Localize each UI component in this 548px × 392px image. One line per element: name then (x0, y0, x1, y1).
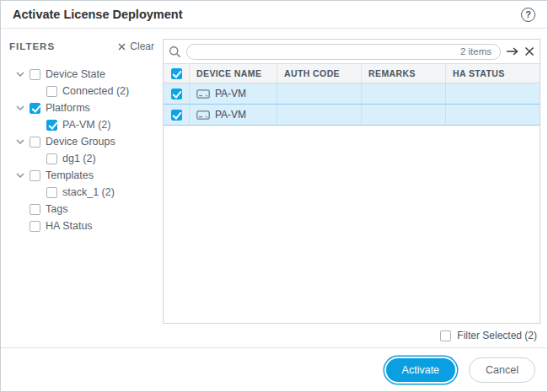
select-all-checkbox[interactable] (171, 68, 182, 79)
filter-item-pa-vm[interactable]: PA-VM (2) (9, 116, 154, 133)
filters-header: FILTERS Clear (9, 40, 154, 52)
dialog-footer: Activate Cancel (1, 347, 547, 391)
filter-label: Connected (2) (62, 85, 129, 97)
filter-label: HA Status (46, 220, 93, 232)
auth-code-cell (277, 83, 361, 104)
row-checkbox[interactable] (171, 89, 182, 99)
filter-label: Templates (46, 169, 94, 181)
clear-x-icon (118, 43, 126, 51)
dialog-title: Activate License Deployment (13, 8, 182, 21)
search-input[interactable]: 2 items (186, 44, 501, 60)
row-checkbox[interactable] (171, 110, 182, 121)
filter-label: Device Groups (46, 136, 116, 148)
table-row[interactable]: PA-VM (164, 83, 540, 105)
checkbox-device-state[interactable] (30, 69, 40, 80)
auth-code-cell (277, 105, 361, 125)
chevron-down-icon[interactable] (16, 137, 24, 146)
device-icon (196, 89, 210, 99)
apply-search-arrow-icon[interactable] (506, 46, 519, 56)
column-header-remarks[interactable]: REMARKS (361, 64, 445, 83)
ha-status-cell (445, 105, 540, 125)
checkbox-connected[interactable] (46, 86, 57, 97)
device-table-box: 2 items DEVICE NAME AUTH CODE (163, 39, 540, 324)
table-row[interactable]: PA-VM (164, 105, 540, 126)
checkbox-pa-vm[interactable] (46, 120, 57, 131)
chevron-down-icon[interactable] (16, 70, 24, 78)
checkbox-templates[interactable] (30, 170, 40, 181)
checkbox-ha-status[interactable] (30, 221, 40, 232)
filter-label: Device State (46, 68, 105, 80)
row-select-cell (164, 83, 189, 104)
filter-item-platforms[interactable]: Platforms (9, 99, 154, 116)
dialog-titlebar: Activate License Deployment ? (1, 1, 547, 29)
filter-item-tags[interactable]: Tags (9, 201, 154, 217)
filter-selected-checkbox[interactable] (440, 330, 451, 341)
filter-label: Platforms (46, 102, 90, 114)
column-header-ha-status[interactable]: HA STATUS (445, 64, 540, 83)
device-name-cell: PA-VM (189, 105, 277, 125)
remarks-cell (361, 105, 445, 125)
device-name-cell: PA-VM (189, 83, 277, 104)
device-icon (196, 110, 210, 120)
items-count-badge: 2 items (460, 46, 492, 56)
select-all-cell (164, 64, 189, 83)
filter-label: stack_1 (2) (62, 186, 115, 198)
search-row: 2 items (164, 40, 540, 63)
filter-selected-label: Filter Selected (2) (457, 330, 537, 341)
reset-search-x-icon[interactable] (524, 46, 535, 56)
checkbox-stack-1[interactable] (46, 187, 57, 198)
filter-label: dg1 (2) (62, 153, 96, 164)
checkbox-tags[interactable] (30, 204, 40, 215)
chevron-down-icon[interactable] (16, 171, 24, 180)
filter-item-connected[interactable]: Connected (2) (9, 83, 154, 99)
table-header: DEVICE NAME AUTH CODE REMARKS HA STATUS (164, 63, 540, 83)
column-header-auth-code[interactable]: AUTH CODE (277, 64, 361, 83)
checkbox-device-groups[interactable] (30, 137, 40, 148)
filter-label: Tags (46, 203, 67, 215)
filters-panel: FILTERS Clear Device State (1, 29, 163, 347)
filter-selected-row: Filter Selected (2) (163, 324, 540, 347)
remarks-cell (361, 83, 445, 104)
table-empty-area (164, 126, 540, 323)
device-name: PA-VM (215, 109, 246, 121)
activate-button[interactable]: Activate (386, 358, 455, 382)
search-icon (169, 46, 181, 58)
checkbox-dg1[interactable] (46, 153, 57, 164)
row-select-cell (164, 105, 189, 125)
column-header-device-name[interactable]: DEVICE NAME (189, 64, 277, 83)
filter-label: PA-VM (2) (62, 119, 110, 131)
filter-item-dg1[interactable]: dg1 (2) (9, 150, 154, 167)
checkbox-platforms[interactable] (30, 103, 40, 114)
device-table-panel: 2 items DEVICE NAME AUTH CODE (163, 39, 540, 347)
filter-tree: Device State Connected (2) Platforms PA-… (9, 66, 154, 234)
filter-item-device-groups[interactable]: Device Groups (9, 133, 154, 150)
help-icon[interactable]: ? (521, 8, 535, 22)
chevron-down-icon[interactable] (16, 104, 24, 112)
cancel-button[interactable]: Cancel (469, 357, 535, 383)
filter-item-stack-1[interactable]: stack_1 (2) (9, 184, 154, 201)
dialog-content: FILTERS Clear Device State (1, 29, 547, 347)
clear-filters-button[interactable]: Clear (118, 40, 154, 52)
filter-item-templates[interactable]: Templates (9, 167, 154, 184)
device-name: PA-VM (215, 88, 246, 99)
filter-item-ha-status[interactable]: HA Status (9, 217, 154, 234)
filters-title: FILTERS (9, 41, 55, 51)
filter-item-device-state[interactable]: Device State (9, 66, 154, 83)
clear-label: Clear (130, 40, 154, 52)
activate-license-deployment-dialog: Activate License Deployment ? FILTERS Cl… (0, 0, 548, 392)
ha-status-cell (445, 83, 540, 104)
